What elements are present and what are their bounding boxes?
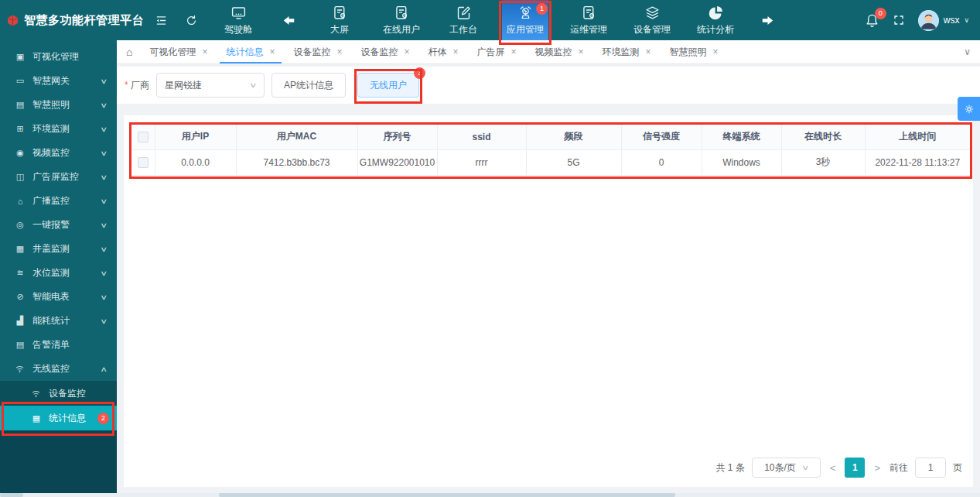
- nav-scroll-right-icon[interactable]: [760, 13, 775, 28]
- wifi-icon: [15, 364, 26, 374]
- nav-item-statistics[interactable]: 统计分析: [692, 0, 739, 40]
- nav-item-cockpit[interactable]: 驾驶舱: [217, 0, 260, 40]
- wireless-users-button[interactable]: 无线用户 3: [357, 73, 419, 98]
- gear-icon: [963, 103, 975, 115]
- sidebar-item-smart-gateway[interactable]: ▭ 智慧网关 ∨: [0, 69, 117, 93]
- nav-item-app-management[interactable]: 应用管理 1: [502, 0, 548, 40]
- nav-item-big-screen[interactable]: 大屏: [318, 0, 361, 40]
- scrollbar-handle[interactable]: [0, 493, 23, 497]
- sidebar-item-smart-lighting[interactable]: ▤ 智慧照明 ∨: [0, 93, 117, 117]
- sidebar-item-broadcast-monitor[interactable]: ⌂ 广播监控 ∨: [0, 189, 117, 213]
- avatar: [918, 10, 939, 31]
- header-actions: 0 wsx ∨: [865, 0, 969, 40]
- sidebar-item-wireless-monitor[interactable]: 无线监控 ∧: [0, 357, 117, 381]
- horizontal-scrollbar[interactable]: [0, 493, 980, 497]
- big-screen-icon: [332, 5, 348, 21]
- close-icon[interactable]: ×: [511, 46, 517, 57]
- next-page-button[interactable]: >: [872, 462, 883, 474]
- select-all-checkbox[interactable]: [138, 132, 149, 142]
- chevron-down-icon: ∨: [101, 125, 108, 133]
- cell-online-time: 2022-11-28 11:13:27: [865, 149, 970, 175]
- top-header: 智慧多功能杆管理平台 驾驶舱 大屏 在线用户 工作台 应用管理 1: [0, 0, 980, 40]
- sidebar-item-smart-meter[interactable]: ⊘ 智能电表 ∨: [0, 285, 117, 309]
- sidebar-item-ad-screen-monitor[interactable]: ◫ 广告屏监控 ∨: [0, 165, 117, 189]
- close-icon[interactable]: ×: [579, 46, 584, 57]
- col-online-duration: 在线时长: [781, 125, 865, 149]
- row-checkbox[interactable]: [138, 157, 149, 168]
- close-icon[interactable]: ×: [453, 46, 459, 57]
- close-icon[interactable]: ×: [269, 46, 275, 57]
- close-icon[interactable]: ×: [646, 46, 651, 57]
- page-size-select[interactable]: 10条/页 ∨: [752, 458, 821, 478]
- cell-user-mac: 7412.b3bb.bc73: [236, 149, 357, 175]
- sidebar-item-one-key-alarm[interactable]: ◎ 一键报警 ∨: [0, 213, 117, 237]
- collapse-sidebar-icon[interactable]: [155, 14, 168, 27]
- user-menu[interactable]: wsx ∨: [918, 10, 969, 31]
- ap-stats-button[interactable]: AP统计信息: [271, 73, 346, 98]
- brand: 智慧多功能杆管理平台: [0, 13, 198, 28]
- tab-ad-screen[interactable]: 广告屏 ×: [468, 40, 526, 63]
- close-icon[interactable]: ×: [713, 46, 719, 57]
- notifications-badge: 0: [875, 8, 886, 19]
- wifi-icon: [31, 389, 42, 399]
- total-count: 共 1 条: [715, 461, 744, 475]
- tab-pole[interactable]: 杆体 ×: [419, 40, 468, 63]
- settings-gear-button[interactable]: [958, 97, 980, 121]
- alarm-list-icon: ▤: [15, 340, 26, 350]
- tab-device-monitor-1[interactable]: 设备监控 ×: [285, 40, 352, 63]
- sidebar: ▣ 可视化管理 ▭ 智慧网关 ∨ ▤ 智慧照明 ∨ ⊞ 环境监测 ∨ ◉ 视频监…: [0, 40, 117, 497]
- required-mark: *: [125, 80, 128, 91]
- notifications-bell-icon[interactable]: 0: [865, 13, 879, 28]
- nav-item-ops-management[interactable]: 运维管理: [565, 0, 612, 40]
- home-icon[interactable]: ⌂: [126, 46, 132, 58]
- tab-statistics-info[interactable]: 统计信息 ×: [217, 40, 284, 63]
- sidebar-filler: [0, 430, 117, 497]
- goto-page-input[interactable]: [915, 458, 946, 478]
- col-band: 频段: [526, 125, 621, 149]
- page-number-1[interactable]: 1: [845, 458, 865, 478]
- nav-item-workbench[interactable]: 工作台: [442, 0, 485, 40]
- results-panel: 用户IP 用户MAC 序列号 ssid 频段 信号强度 终端系统 在线时长 上线…: [124, 115, 973, 487]
- sidebar-item-water-level-monitor[interactable]: ≋ 水位监测 ∨: [0, 261, 117, 285]
- close-icon[interactable]: ×: [202, 46, 207, 57]
- nav-scroll-left-icon[interactable]: [282, 13, 296, 28]
- chevron-down-icon: ∨: [101, 149, 108, 157]
- nav-item-device-management[interactable]: 设备管理: [629, 0, 675, 40]
- sidebar-item-video-monitor[interactable]: ◉ 视频监控 ∨: [0, 141, 117, 165]
- fullscreen-icon[interactable]: [893, 14, 905, 26]
- nav-item-online-users[interactable]: 在线用户: [378, 0, 425, 40]
- tab-visual-management[interactable]: 可视化管理 ×: [140, 40, 217, 63]
- sidebar-item-alarm-list[interactable]: ▤ 告警清单: [0, 333, 117, 357]
- sidebar-item-device-monitor[interactable]: 设备监控: [0, 381, 117, 406]
- sidebar-item-energy-stats[interactable]: ▟ 能耗统计 ∨: [0, 309, 117, 333]
- smart-gateway-icon: ▭: [15, 76, 26, 86]
- cell-online-duration: 3秒: [781, 149, 865, 175]
- pagination: 共 1 条 10条/页 ∨ < 1 > 前往 页: [715, 458, 962, 478]
- cell-os: Windows: [702, 149, 781, 175]
- prev-page-button[interactable]: <: [828, 462, 838, 474]
- sidebar-item-environment-monitor[interactable]: ⊞ 环境监测 ∨: [0, 117, 117, 141]
- sidebar-item-statistics-info[interactable]: ▦ 统计信息 2: [0, 406, 117, 430]
- tab-smart-lighting[interactable]: 智慧照明 ×: [661, 40, 728, 63]
- col-os: 终端系统: [702, 125, 781, 149]
- sidebar-item-manhole-monitor[interactable]: ▦ 井盖监测 ∨: [0, 237, 117, 261]
- refresh-icon[interactable]: [185, 14, 198, 27]
- tab-video-monitor[interactable]: 视频监控 ×: [526, 40, 593, 63]
- close-icon[interactable]: ×: [337, 46, 343, 57]
- chevron-down-icon: ∨: [101, 197, 108, 205]
- chevron-down-icon: ∨: [101, 221, 108, 229]
- col-ssid: ssid: [437, 125, 526, 149]
- tab-list-chevron-down-icon[interactable]: ∨: [964, 46, 971, 57]
- tab-environment-monitor[interactable]: 环境监测 ×: [593, 40, 661, 63]
- col-serial: 序列号: [357, 125, 437, 149]
- ad-screen-monitor-icon: ◫: [15, 172, 26, 182]
- chevron-down-icon: ∨: [101, 317, 108, 325]
- scrollbar-handle[interactable]: [219, 493, 675, 497]
- close-icon[interactable]: ×: [405, 46, 410, 57]
- sidebar-item-visual-management[interactable]: ▣ 可视化管理: [0, 45, 117, 69]
- vendor-select[interactable]: 星网锐捷 ∨: [156, 73, 265, 98]
- chevron-down-icon: ∨: [101, 269, 108, 277]
- cockpit-icon: [230, 5, 247, 21]
- tab-device-monitor-2[interactable]: 设备监控 ×: [352, 40, 419, 63]
- one-key-alarm-icon: ◎: [15, 220, 26, 230]
